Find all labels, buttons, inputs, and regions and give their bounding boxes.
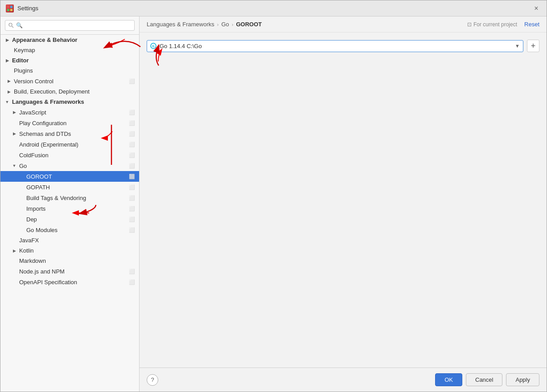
project-icon: ⊡: [467, 21, 472, 28]
sidebar-item-dep[interactable]: Dep ⬜: [0, 214, 139, 225]
sidebar-item-keymap[interactable]: Keymap: [0, 45, 139, 55]
breadcrumb-part-1: Languages & Frameworks: [147, 21, 214, 28]
collapse-icon: ▼: [4, 99, 10, 105]
title-bar: Settings ×: [0, 0, 547, 16]
sidebar-item-coldfusion[interactable]: ColdFusion ⬜: [0, 150, 139, 160]
svg-text:G: G: [152, 45, 155, 48]
expand-icon: ▶: [11, 248, 17, 254]
spacer-icon: [18, 205, 25, 212]
bottom-bar: ? OK Cancel Apply: [140, 368, 547, 392]
sidebar-item-go[interactable]: ▼ Go ⬜: [0, 160, 139, 171]
spacer-icon: [11, 152, 17, 158]
spacer-icon: [11, 120, 17, 126]
breadcrumb-sep-2: ›: [232, 22, 234, 27]
sidebar-item-goroot[interactable]: GOROOT ⬜: [0, 171, 139, 182]
copy-icon: ⬜: [128, 119, 136, 127]
spacer-icon: [6, 47, 12, 53]
action-buttons: OK Cancel Apply: [435, 373, 539, 386]
app-icon: [6, 4, 14, 12]
close-button[interactable]: ×: [531, 4, 541, 13]
sidebar-item-javascript[interactable]: ▶ JavaScript ⬜: [0, 107, 139, 118]
panel-content: G Go 1.14.4 C:\Go ▼ +: [140, 33, 547, 368]
spacer-icon: [18, 184, 25, 190]
copy-icon: ⬜: [128, 268, 136, 275]
spacer-icon: [11, 268, 17, 274]
breadcrumb-part-2: Go: [221, 21, 229, 28]
add-sdk-button[interactable]: +: [527, 40, 539, 52]
search-input[interactable]: [5, 20, 135, 31]
spacer-icon: [11, 237, 17, 244]
sidebar-item-build-execution[interactable]: ▶ Build, Execution, Deployment: [0, 86, 139, 97]
svg-rect-1: [10, 6, 12, 8]
spacer-icon: [11, 258, 17, 264]
sidebar-item-openapi[interactable]: OpenAPI Specification ⬜: [0, 277, 139, 287]
for-project-label: ⊡ For current project: [467, 21, 517, 28]
goroot-select[interactable]: Go 1.14.4 C:\Go: [147, 40, 523, 52]
spacer-icon: [11, 141, 17, 147]
copy-icon: ⬜: [128, 78, 136, 85]
goroot-row: G Go 1.14.4 C:\Go ▼ +: [147, 40, 539, 52]
copy-icon: ⬜: [128, 130, 136, 137]
spacer-icon: [18, 216, 25, 222]
help-button[interactable]: ?: [147, 374, 158, 386]
goroot-select-wrapper: G Go 1.14.4 C:\Go ▼: [147, 40, 523, 52]
expand-icon: ▶: [6, 89, 12, 95]
tree-container: ▶ Appearance & Behavior Keymap ▶ Editor …: [0, 35, 139, 392]
breadcrumb-bar: Languages & Frameworks › Go › GOROOT ⊡ F…: [140, 16, 547, 33]
copy-icon: ⬜: [128, 226, 136, 233]
copy-icon: ⬜: [128, 109, 136, 116]
breadcrumb: Languages & Frameworks › Go › GOROOT: [147, 21, 262, 28]
sidebar-item-android[interactable]: Android (Experimental) ⬜: [0, 139, 139, 150]
spacer-icon: [11, 279, 17, 285]
copy-icon: ⬜: [128, 194, 136, 201]
sidebar-item-languages-frameworks[interactable]: ▼ Languages & Frameworks: [0, 97, 139, 107]
copy-icon: ⬜: [128, 278, 136, 286]
sidebar-item-version-control[interactable]: ▶ Version Control ⬜: [0, 76, 139, 86]
svg-rect-2: [7, 9, 9, 11]
sidebar-item-editor[interactable]: ▶ Editor: [0, 55, 139, 65]
search-box: [0, 16, 139, 35]
svg-rect-0: [7, 6, 9, 8]
spacer-icon: [6, 68, 12, 74]
expand-icon: ▶: [11, 131, 17, 137]
sidebar-item-play-configuration[interactable]: Play Configuration ⬜: [0, 118, 139, 128]
spacer-icon: [18, 173, 25, 180]
expand-icon: ▶: [4, 57, 10, 64]
collapse-icon: ▼: [11, 163, 17, 169]
spacer-icon: [18, 195, 25, 201]
breadcrumb-current: GOROOT: [236, 21, 262, 28]
cancel-button[interactable]: Cancel: [466, 373, 502, 386]
sidebar-item-go-modules[interactable]: Go Modules ⬜: [0, 225, 139, 235]
copy-icon: ⬜: [128, 151, 136, 159]
expand-icon: ▶: [11, 109, 17, 115]
copy-icon: ⬜: [128, 173, 136, 180]
sidebar-item-schemas-dtds[interactable]: ▶ Schemas and DTDs ⬜: [0, 128, 139, 139]
copy-icon: ⬜: [128, 162, 136, 169]
go-sdk-icon: G: [150, 43, 156, 49]
ok-button[interactable]: OK: [435, 373, 462, 386]
breadcrumb-sep-1: ›: [217, 22, 219, 27]
sidebar-item-nodejs-npm[interactable]: Node.js and NPM ⬜: [0, 266, 139, 277]
copy-icon: ⬜: [128, 205, 136, 212]
reset-button[interactable]: Reset: [524, 21, 539, 28]
sidebar-item-markdown[interactable]: Markdown: [0, 256, 139, 266]
sidebar-item-gopath[interactable]: GOPATH ⬜: [0, 182, 139, 192]
copy-icon: ⬜: [128, 184, 136, 191]
expand-icon: ▶: [6, 78, 12, 84]
copy-icon: ⬜: [128, 141, 136, 148]
expand-icon: ▶: [4, 37, 10, 43]
sidebar-item-appearance[interactable]: ▶ Appearance & Behavior: [0, 35, 139, 45]
window-title: Settings: [17, 5, 38, 12]
sidebar-item-javafx[interactable]: JavaFX: [0, 235, 139, 245]
sidebar-item-imports[interactable]: Imports ⬜: [0, 203, 139, 214]
svg-rect-3: [10, 9, 12, 11]
sidebar-item-kotlin[interactable]: ▶ Kotlin: [0, 245, 139, 256]
copy-icon: ⬜: [128, 216, 136, 223]
right-panel: Languages & Frameworks › Go › GOROOT ⊡ F…: [140, 16, 547, 392]
apply-button[interactable]: Apply: [506, 373, 539, 386]
spacer-icon: [18, 227, 25, 233]
sidebar-item-build-tags[interactable]: Build Tags & Vendoring ⬜: [0, 192, 139, 203]
sidebar-item-plugins[interactable]: Plugins: [0, 65, 139, 76]
sidebar: ▶ Appearance & Behavior Keymap ▶ Editor …: [0, 16, 140, 392]
